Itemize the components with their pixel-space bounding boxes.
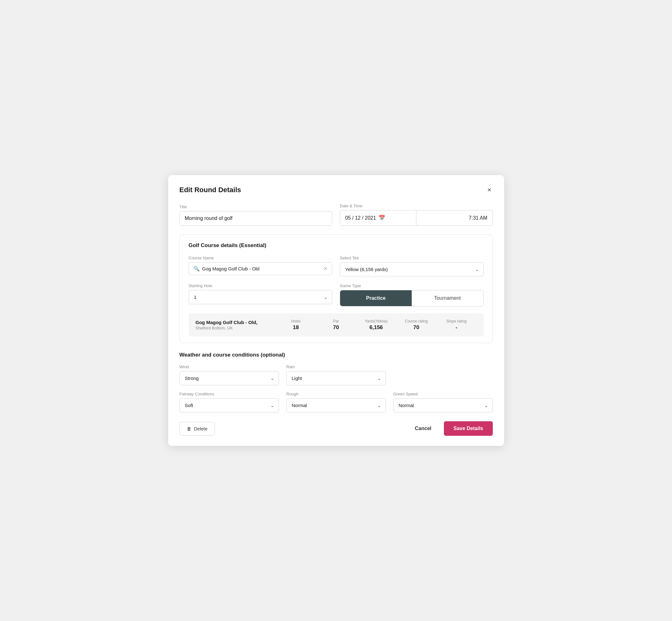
delete-label: Delete <box>194 426 208 431</box>
title-field-group: Title <box>179 204 333 225</box>
hole-gametype-row: Starting Hole 1234 5678 910 ⌄ Game Type … <box>189 283 484 306</box>
date-time-field-group: Date & Time 05 / 12 / 2021 📅 7:31 AM <box>340 204 493 225</box>
green-speed-label: Green Speed <box>393 391 493 396</box>
rough-wrap: SoftNormalHard ⌄ <box>287 398 386 412</box>
wind-group: Wind NoneLightModerateStrong ⌄ <box>179 365 279 385</box>
holes-label: Holes <box>276 319 316 323</box>
search-icon: 🔍 <box>194 266 200 272</box>
modal-header: Edit Round Details × <box>179 185 493 195</box>
top-row: Title Date & Time 05 / 12 / 2021 📅 7:31 … <box>179 204 493 225</box>
date-part[interactable]: 05 / 12 / 2021 📅 <box>340 210 416 225</box>
date-time-row: 05 / 12 / 2021 📅 7:31 AM <box>340 210 493 225</box>
date-time-label: Date & Time <box>340 204 493 208</box>
green-speed-dropdown[interactable]: SlowNormalFast <box>393 398 493 412</box>
calendar-icon: 📅 <box>379 215 385 221</box>
course-name-search-wrap[interactable]: 🔍 ✕ <box>189 262 333 275</box>
green-speed-wrap: SlowNormalFast ⌄ <box>393 398 493 412</box>
wind-rain-row: Wind NoneLightModerateStrong ⌄ Rain None… <box>179 365 493 385</box>
starting-hole-wrap: 1234 5678 910 ⌄ <box>189 290 333 304</box>
starting-hole-group: Starting Hole 1234 5678 910 ⌄ <box>189 283 333 306</box>
time-value: 7:31 AM <box>469 215 488 221</box>
course-name-label: Course Name <box>189 256 333 260</box>
course-name-input[interactable] <box>202 266 321 272</box>
modal-title: Edit Round Details <box>179 186 241 194</box>
rating-label: Course rating <box>396 319 436 323</box>
save-button[interactable]: Save Details <box>444 421 493 436</box>
fairway-label: Fairway Conditions <box>179 391 279 396</box>
holes-value: 18 <box>276 324 316 331</box>
trash-icon: 🗑 <box>187 426 192 431</box>
close-button[interactable]: × <box>486 185 493 195</box>
wind-dropdown[interactable]: NoneLightModerateStrong <box>179 371 279 385</box>
course-tee-row: Course Name 🔍 ✕ Select Tee Yellow (6,156… <box>189 256 484 277</box>
select-tee-group: Select Tee Yellow (6,156 yards) White Re… <box>340 256 484 277</box>
slope-stat: Slope rating - <box>436 319 476 331</box>
rating-value: 70 <box>396 324 436 331</box>
rain-group: Rain NoneLightModerateHeavy ⌄ <box>287 365 386 385</box>
golf-section-title: Golf Course details (Essential) <box>189 242 484 249</box>
course-info-name: Gog Magog Golf Club - Old, Shelford Bott… <box>196 320 276 330</box>
par-label: Par <box>316 319 356 323</box>
cancel-button[interactable]: Cancel <box>409 422 437 435</box>
rough-group: Rough SoftNormalHard ⌄ <box>287 391 386 412</box>
wind-wrap: NoneLightModerateStrong ⌄ <box>179 371 279 385</box>
green-speed-group: Green Speed SlowNormalFast ⌄ <box>393 391 493 412</box>
golf-course-section: Golf Course details (Essential) Course N… <box>179 235 493 343</box>
starting-hole-label: Starting Hole <box>189 283 333 288</box>
rating-stat: Course rating 70 <box>396 319 436 331</box>
yards-value: 6,156 <box>356 324 396 331</box>
title-label: Title <box>179 204 333 209</box>
slope-label: Slope rating <box>436 319 476 323</box>
wind-label: Wind <box>179 365 279 369</box>
weather-title: Weather and course conditions (optional) <box>179 352 493 358</box>
time-part[interactable]: 7:31 AM <box>416 210 493 225</box>
modal-footer: 🗑 Delete Cancel Save Details <box>179 421 493 436</box>
yards-label: Yards(Yellow) <box>356 319 396 323</box>
date-value: 05 / 12 / 2021 <box>345 215 376 221</box>
delete-button[interactable]: 🗑 Delete <box>179 422 215 436</box>
course-info-row: Gog Magog Golf Club - Old, Shelford Bott… <box>189 313 484 336</box>
conditions-row: Fairway Conditions SoftNormalHardWet ⌄ R… <box>179 391 493 412</box>
game-type-group: Game Type Practice Tournament <box>340 283 484 306</box>
slope-value: - <box>436 324 476 331</box>
fairway-wrap: SoftNormalHardWet ⌄ <box>179 398 279 412</box>
select-tee-label: Select Tee <box>340 256 484 260</box>
course-name-display: Gog Magog Golf Club - Old, <box>196 320 276 325</box>
rain-label: Rain <box>287 365 386 369</box>
game-type-toggle: Practice Tournament <box>340 290 484 306</box>
tournament-button[interactable]: Tournament <box>412 290 483 306</box>
holes-stat: Holes 18 <box>276 319 316 331</box>
rain-wrap: NoneLightModerateHeavy ⌄ <box>287 371 386 385</box>
select-tee-wrap: Yellow (6,156 yards) White Red Blue ⌄ <box>340 262 484 277</box>
par-value: 70 <box>316 324 356 331</box>
course-name-group: Course Name 🔍 ✕ <box>189 256 333 277</box>
clear-icon[interactable]: ✕ <box>323 266 328 272</box>
yards-stat: Yards(Yellow) 6,156 <box>356 319 396 331</box>
rough-dropdown[interactable]: SoftNormalHard <box>287 398 386 412</box>
weather-section: Weather and course conditions (optional)… <box>179 352 493 412</box>
course-location: Shelford Bottom, UK <box>196 326 276 330</box>
title-input[interactable] <box>179 211 333 225</box>
fairway-group: Fairway Conditions SoftNormalHardWet ⌄ <box>179 391 279 412</box>
rain-dropdown[interactable]: NoneLightModerateHeavy <box>287 371 386 385</box>
fairway-dropdown[interactable]: SoftNormalHardWet <box>179 398 279 412</box>
par-stat: Par 70 <box>316 319 356 331</box>
starting-hole-dropdown[interactable]: 1234 5678 910 <box>189 290 333 304</box>
game-type-label: Game Type <box>340 283 484 288</box>
edit-round-modal: Edit Round Details × Title Date & Time 0… <box>168 175 504 446</box>
footer-right: Cancel Save Details <box>409 421 493 436</box>
select-tee-dropdown[interactable]: Yellow (6,156 yards) White Red Blue <box>340 262 484 277</box>
rough-label: Rough <box>287 391 386 396</box>
practice-button[interactable]: Practice <box>340 290 412 306</box>
